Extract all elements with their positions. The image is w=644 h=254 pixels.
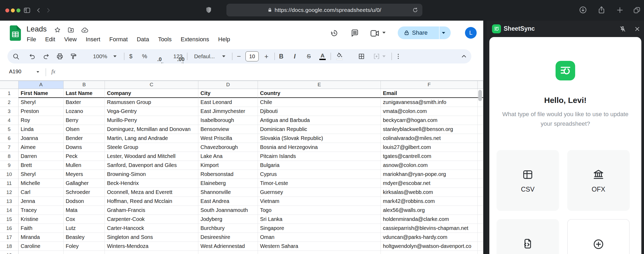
font-select[interactable]: Defaul... [194, 53, 215, 60]
cell[interactable]: Djibouti [258, 107, 381, 116]
cell[interactable]: Singleton and Sons [105, 233, 198, 242]
cell[interactable]: Togo [258, 206, 381, 215]
cell[interactable] [478, 107, 483, 116]
cell[interactable]: Bosnia and Herzegovina [258, 143, 381, 152]
vertical-scrollbar-thumb[interactable] [478, 90, 482, 101]
cell[interactable]: Antigua and Barbuda [258, 116, 381, 125]
cell[interactable]: colinalvarado@miles.net [381, 134, 478, 143]
cell[interactable]: beckycarr@hogan.com [381, 116, 478, 125]
cell[interactable] [478, 242, 483, 251]
cell[interactable]: West Adriennestad [198, 242, 258, 251]
cell[interactable]: Kristine [19, 215, 64, 224]
font-caret-icon[interactable] [222, 56, 225, 57]
tab-overview-icon[interactable] [633, 6, 641, 14]
cell[interactable]: Cyprus [258, 170, 381, 179]
redo-icon[interactable] [43, 53, 50, 60]
reload-icon[interactable] [412, 7, 418, 13]
cell[interactable]: cassieparrish@blevins-chapman.net [381, 224, 478, 233]
cell[interactable]: Bensonview [198, 125, 258, 134]
cell[interactable]: West Priscilla [198, 134, 258, 143]
menu-edit[interactable]: Edit [41, 35, 60, 43]
cell[interactable] [105, 251, 198, 254]
print-icon[interactable] [56, 53, 64, 60]
cell[interactable]: Darren [19, 152, 64, 161]
menu-insert[interactable]: Insert [81, 35, 105, 43]
cell[interactable] [478, 215, 483, 224]
cell[interactable]: Schroeder [64, 188, 105, 197]
cell[interactable]: Martin, Lang and Andrade [105, 134, 198, 143]
cell[interactable] [478, 224, 483, 233]
cell[interactable] [478, 179, 483, 188]
row-number[interactable]: 9 [0, 161, 19, 170]
address-bar[interactable]: https://docs.google.com/spreadsheets/u/0… [226, 4, 422, 16]
menu-file[interactable]: File [22, 35, 41, 43]
doc-title[interactable]: Leads [26, 25, 47, 33]
column-header-A[interactable]: A [19, 81, 64, 89]
cell[interactable]: Dominican Republic [258, 125, 381, 134]
star-icon[interactable] [54, 26, 61, 33]
cell[interactable]: Carpenter-Cook [105, 215, 198, 224]
cell[interactable]: Dodson [64, 197, 105, 206]
cell[interactable] [478, 116, 483, 125]
cell[interactable]: Cox [64, 215, 105, 224]
cell[interactable]: Lozano [64, 107, 105, 116]
cell[interactable]: Mata [64, 206, 105, 215]
column-header-partial[interactable] [478, 81, 483, 89]
row-number[interactable]: 16 [0, 224, 19, 233]
row-number[interactable]: 11 [0, 179, 19, 188]
cell[interactable]: Graham-Francis [105, 206, 198, 215]
cell[interactable] [478, 233, 483, 242]
column-header-F[interactable]: F [381, 81, 478, 89]
format-percent-button[interactable]: % [142, 53, 147, 60]
row-number[interactable]: 2 [0, 98, 19, 107]
more-formats-button[interactable]: 123 [173, 53, 182, 60]
cell[interactable]: Linda [19, 125, 64, 134]
text-color-button[interactable]: A [319, 53, 326, 60]
column-header-D[interactable]: D [198, 81, 258, 89]
cell[interactable]: Gallagher [64, 179, 105, 188]
row-number[interactable]: 1 [0, 89, 19, 98]
cell[interactable]: Bender [64, 134, 105, 143]
cell[interactable]: vmata@colon.com [381, 107, 478, 116]
zoom-window-button[interactable] [16, 8, 20, 12]
cell[interactable] [478, 170, 483, 179]
fill-color-button[interactable] [336, 53, 343, 60]
cell[interactable]: Vega-Gentry [105, 107, 198, 116]
comments-icon[interactable] [351, 29, 359, 37]
cell[interactable]: Mullen [64, 161, 105, 170]
cell[interactable]: Oman [258, 233, 381, 242]
bold-button[interactable]: B [279, 53, 284, 60]
fx-icon[interactable]: fx [51, 68, 55, 75]
file-type-card-csv[interactable]: CSV [497, 150, 559, 211]
cell[interactable]: Email [381, 89, 478, 98]
cell[interactable]: Bulgaria [258, 161, 381, 170]
cell[interactable]: vduncan@parks-hardy.com [381, 233, 478, 242]
borders-button[interactable] [358, 53, 365, 60]
cell[interactable]: Lutz [64, 224, 105, 233]
cell[interactable]: Elaineberg [198, 179, 258, 188]
menu-format[interactable]: Format [105, 35, 132, 43]
cell[interactable]: Guernsey [258, 188, 381, 197]
close-panel-icon[interactable] [634, 26, 641, 32]
collapse-toolbar-icon[interactable] [460, 53, 467, 60]
cell[interactable]: Lester, Woodard and Mitchell [105, 152, 198, 161]
cell[interactable]: Faith [19, 224, 64, 233]
privacy-shield-icon[interactable] [205, 6, 213, 14]
cell[interactable]: East Andrea [198, 197, 258, 206]
cell[interactable]: Western Sahara [258, 242, 381, 251]
more-toolbar-icon[interactable] [395, 53, 402, 60]
row-number[interactable]: 12 [0, 188, 19, 197]
file-type-card-plus-circle[interactable] [567, 219, 630, 254]
cell[interactable]: Beasley [64, 233, 105, 242]
strikethrough-button[interactable]: S [307, 53, 311, 60]
meet-video-icon[interactable] [370, 29, 379, 37]
select-all-corner[interactable] [0, 81, 19, 89]
row-number[interactable]: 10 [0, 170, 19, 179]
cell[interactable]: Beck-Hendrix [105, 179, 198, 188]
forward-icon[interactable] [45, 7, 51, 13]
cell[interactable]: Brett [19, 161, 64, 170]
cell[interactable]: Michelle [19, 179, 64, 188]
row-number[interactable]: 5 [0, 125, 19, 134]
cell[interactable]: Rasmussen Group [105, 98, 198, 107]
cell[interactable]: City [198, 89, 258, 98]
